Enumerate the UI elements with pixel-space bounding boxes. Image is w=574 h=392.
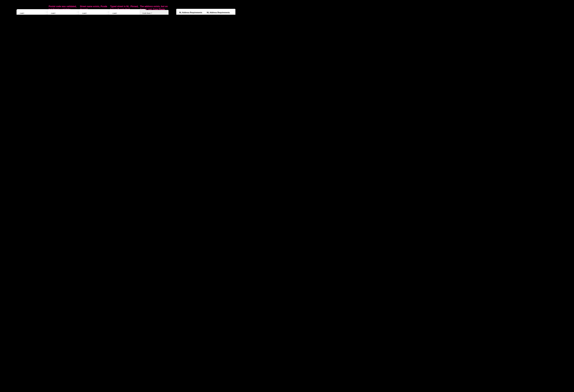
cart-label: CART: [82, 13, 112, 14]
cart-label: CART: [51, 13, 81, 14]
addr-line: Oude Baan 7: [142, 12, 166, 14]
cart-label: CART: [113, 13, 143, 14]
cart-label: CART: [20, 13, 50, 14]
info-card-nl-req2: NL Address Requirements The postal code …: [204, 9, 235, 15]
info-card-nl-req: NL Address Requirements the first and la…: [176, 9, 208, 15]
info-title: NL Address Requirements: [179, 11, 205, 14]
address-snippet: Oude Baan 7 4861 RM, Chaam Netherlands: [140, 10, 168, 15]
info-title: NL Address Requirements: [207, 11, 232, 14]
